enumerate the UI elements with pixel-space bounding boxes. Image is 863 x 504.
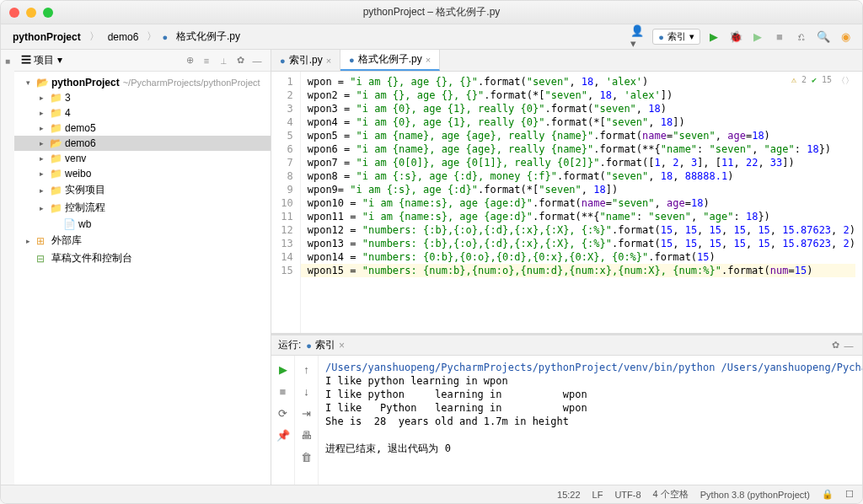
- code-line[interactable]: wpon4 = "i am {0}, age {1}, really {0}".…: [308, 115, 855, 129]
- code-line[interactable]: wpon11 = "i am {name:s}, age {age:d}".fo…: [308, 210, 855, 223]
- tree-item[interactable]: ▸📁weibo: [14, 166, 271, 181]
- code-line[interactable]: wpon3 = "i am {0}, age {1}, really {0}".…: [308, 102, 855, 115]
- left-rail: ■: [1, 50, 14, 485]
- up-icon[interactable]: ↑: [298, 361, 315, 378]
- tree-item[interactable]: ▸📁3: [14, 90, 271, 105]
- editor-tab[interactable]: ●索引.py×: [271, 50, 340, 71]
- file-icon: 📄: [63, 218, 75, 230]
- status-cursor[interactable]: 15:22: [557, 490, 581, 500]
- settings-icon[interactable]: ✿: [233, 54, 247, 67]
- code-area[interactable]: wpon = "i am {}, age {}, {}".format("sev…: [301, 72, 862, 333]
- close-icon[interactable]: ×: [326, 56, 331, 66]
- lock-icon[interactable]: 🔒: [822, 489, 834, 500]
- maximize-window-button[interactable]: [43, 8, 53, 18]
- code-line[interactable]: wpon9= "i am {:s}, age {:d}".format(*["s…: [308, 183, 855, 196]
- tree-arrow-icon[interactable]: ▸: [36, 154, 46, 163]
- code-line[interactable]: wpon2 = "i am {}, age {}, {}".format(*["…: [308, 88, 855, 102]
- tree-arrow-icon[interactable]: ▸: [36, 139, 46, 147]
- down-icon[interactable]: ↓: [298, 383, 315, 399]
- code-editor[interactable]: 123456789101112131415 wpon = "i am {}, a…: [271, 72, 862, 333]
- hide-icon[interactable]: —: [250, 54, 264, 67]
- close-icon[interactable]: ×: [339, 340, 345, 351]
- tree-item[interactable]: ▸📁venv: [14, 151, 271, 166]
- tree-item[interactable]: ▸📁demo5: [14, 121, 271, 136]
- chevron-down-icon[interactable]: ▾: [57, 54, 62, 66]
- tree-arrow-icon[interactable]: ▸: [36, 186, 46, 195]
- code-line[interactable]: wpon = "i am {}, age {}, {}".format("sev…: [308, 75, 855, 88]
- python-file-icon: ●: [162, 32, 168, 42]
- tree-item[interactable]: ▸📁4: [14, 105, 271, 121]
- tree-arrow-icon[interactable]: ▸: [36, 94, 46, 102]
- tree-arrow-icon[interactable]: ▸: [36, 109, 46, 117]
- trash-icon[interactable]: 🗑: [298, 448, 315, 465]
- user-icon[interactable]: 👤▾: [630, 29, 647, 46]
- code-line[interactable]: wpon6 = "i am {name}, age {age}, really …: [308, 142, 855, 156]
- code-line[interactable]: wpon10 = "i am {name:s}, age {age:d}".fo…: [308, 196, 855, 210]
- run-button[interactable]: ▶: [705, 29, 722, 46]
- settings-icon[interactable]: ✿: [828, 339, 842, 352]
- code-line[interactable]: wpon7 = "i am {0[0]}, age {0[1]}, really…: [308, 156, 855, 169]
- expand-all-icon[interactable]: ≡: [200, 54, 213, 67]
- status-indent[interactable]: 4 个空格: [653, 488, 689, 501]
- code-line[interactable]: wpon12 = "numbers: {:b},{:o},{:d},{:x},{…: [308, 223, 855, 237]
- minimize-window-button[interactable]: [26, 8, 36, 18]
- python-icon: ●: [658, 32, 664, 42]
- run-config-dropdown[interactable]: ● 索引 ▾: [652, 29, 700, 45]
- project-sidebar: ☰ 项目 ▾ ⊕ ≡ ⟂ ✿ — ▾📂pythonProject ~/Pycha…: [14, 50, 271, 485]
- tree-item[interactable]: 📄wb: [14, 217, 271, 232]
- tree-arrow-icon[interactable]: ▸: [36, 204, 46, 212]
- line-number: 4: [271, 115, 293, 129]
- rerun-button[interactable]: ▶: [275, 361, 292, 378]
- debug-button[interactable]: 🐞: [727, 29, 744, 46]
- editor-inspections[interactable]: ⚠ 2 ✔ 15 〈〉: [791, 75, 854, 87]
- pin-icon[interactable]: 📌: [275, 426, 292, 443]
- run-console[interactable]: /Users/yanshuopeng/PycharmProjects/pytho…: [319, 356, 862, 485]
- close-window-button[interactable]: [9, 8, 19, 18]
- tree-item[interactable]: ▸📁实例项目: [14, 181, 271, 199]
- restart-icon[interactable]: ⟳: [275, 405, 292, 421]
- python-file-icon: ●: [349, 55, 355, 65]
- tree-arrow-icon[interactable]: ▸: [23, 237, 33, 245]
- sidebar-header-icon: ☰: [21, 54, 34, 66]
- hide-icon[interactable]: —: [842, 339, 855, 352]
- code-line[interactable]: wpon5 = "i am {name}, age {age}, really …: [308, 129, 855, 142]
- notifications-icon[interactable]: ☐: [845, 489, 854, 500]
- tree-item[interactable]: ▸📁控制流程: [14, 199, 271, 217]
- select-opened-file-icon[interactable]: ⊕: [183, 54, 196, 67]
- status-line-sep[interactable]: LF: [592, 490, 603, 500]
- line-number: 5: [271, 129, 293, 142]
- editor-tab[interactable]: ●格式化例子.py×: [340, 50, 440, 71]
- tree-arrow-icon[interactable]: ▸: [36, 169, 46, 178]
- tree-item[interactable]: ▾📂pythonProject ~/PycharmProjects/python…: [14, 75, 271, 90]
- git-icon[interactable]: ⎌: [793, 29, 810, 46]
- status-interpreter[interactable]: Python 3.8 (pythonProject): [700, 490, 810, 500]
- folder-icon: 📂: [50, 137, 62, 149]
- status-encoding[interactable]: UTF-8: [614, 490, 641, 500]
- tree-item[interactable]: ⊟草稿文件和控制台: [14, 249, 271, 267]
- warnings-count: 2: [801, 75, 807, 87]
- breadcrumb-item[interactable]: pythonProject: [9, 29, 84, 45]
- run-coverage-button[interactable]: ▶: [749, 29, 766, 46]
- breadcrumb-item[interactable]: 格式化例子.py: [173, 28, 244, 46]
- code-line[interactable]: wpon8 = "i am {:s}, age {:d}, money {:f}…: [308, 169, 855, 183]
- ide-update-icon[interactable]: ◉: [837, 29, 854, 46]
- code-line[interactable]: wpon13 = "numbers: {:b},{:o},{:d},{:x},{…: [308, 237, 855, 250]
- code-line[interactable]: wpon15 = "numbers: {num:b},{num:o},{num:…: [301, 264, 855, 277]
- breadcrumb-item[interactable]: demo6: [105, 29, 142, 45]
- tree-arrow-icon[interactable]: ▸: [36, 124, 46, 132]
- run-tab-label[interactable]: 索引: [315, 338, 335, 352]
- print-icon[interactable]: 🖶: [298, 426, 315, 443]
- code-line[interactable]: wpon14 = "numbers: {0:b},{0:o},{0:d},{0:…: [308, 250, 855, 264]
- search-everywhere-icon[interactable]: 🔍: [815, 29, 832, 46]
- stop-button[interactable]: ■: [771, 29, 788, 46]
- tree-arrow-icon[interactable]: ▾: [23, 78, 33, 87]
- project-tree[interactable]: ▾📂pythonProject ~/PycharmProjects/python…: [14, 72, 271, 485]
- close-icon[interactable]: ×: [426, 55, 431, 65]
- library-icon: ⊞: [36, 235, 48, 247]
- wrap-icon[interactable]: ⇥: [298, 405, 315, 421]
- tree-item[interactable]: ▸📂demo6: [14, 136, 271, 151]
- tree-item[interactable]: ▸⊞外部库: [14, 232, 271, 249]
- collapse-all-icon[interactable]: ⟂: [217, 54, 230, 67]
- rail-project-tab[interactable]: ■: [1, 50, 14, 72]
- stop-button[interactable]: ■: [275, 383, 292, 399]
